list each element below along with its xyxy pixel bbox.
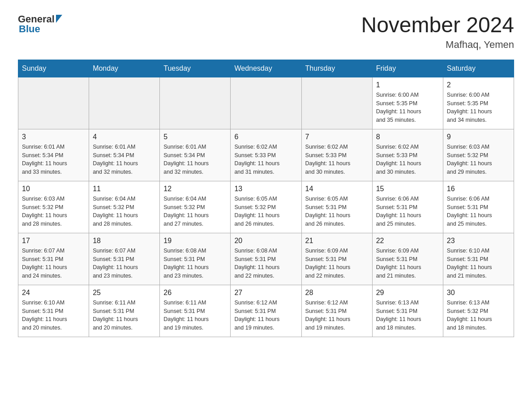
calendar-cell: 29Sunrise: 6:13 AM Sunset: 5:31 PM Dayli… [372, 285, 443, 337]
day-number: 17 [22, 237, 85, 245]
day-number: 18 [93, 237, 156, 245]
calendar-cell: 2Sunrise: 6:00 AM Sunset: 5:35 PM Daylig… [443, 77, 514, 129]
day-info: Sunrise: 6:08 AM Sunset: 5:31 PM Dayligh… [234, 247, 297, 280]
day-info: Sunrise: 6:00 AM Sunset: 5:35 PM Dayligh… [447, 91, 510, 124]
day-number: 2 [447, 81, 510, 89]
day-info: Sunrise: 6:07 AM Sunset: 5:31 PM Dayligh… [93, 247, 156, 280]
calendar-cell: 8Sunrise: 6:02 AM Sunset: 5:33 PM Daylig… [372, 129, 443, 181]
day-of-week-header: Tuesday [160, 60, 231, 77]
day-info: Sunrise: 6:02 AM Sunset: 5:33 PM Dayligh… [305, 143, 369, 176]
day-number: 9 [447, 133, 510, 141]
calendar-cell: 11Sunrise: 6:04 AM Sunset: 5:32 PM Dayli… [89, 181, 160, 233]
day-number: 19 [163, 237, 227, 245]
day-number: 8 [376, 133, 439, 141]
day-info: Sunrise: 6:00 AM Sunset: 5:35 PM Dayligh… [376, 91, 439, 124]
day-info: Sunrise: 6:01 AM Sunset: 5:34 PM Dayligh… [163, 143, 227, 176]
calendar-cell: 10Sunrise: 6:03 AM Sunset: 5:32 PM Dayli… [18, 181, 89, 233]
day-info: Sunrise: 6:09 AM Sunset: 5:31 PM Dayligh… [305, 247, 369, 280]
calendar-cell: 15Sunrise: 6:06 AM Sunset: 5:31 PM Dayli… [372, 181, 443, 233]
day-number: 4 [93, 133, 156, 141]
day-of-week-header: Friday [372, 60, 443, 77]
calendar-cell: 19Sunrise: 6:08 AM Sunset: 5:31 PM Dayli… [160, 233, 231, 285]
logo-blue-text: Blue [19, 23, 40, 35]
day-info: Sunrise: 6:02 AM Sunset: 5:33 PM Dayligh… [234, 143, 297, 176]
day-info: Sunrise: 6:11 AM Sunset: 5:31 PM Dayligh… [163, 299, 227, 332]
calendar-cell: 16Sunrise: 6:06 AM Sunset: 5:31 PM Dayli… [443, 181, 514, 233]
day-number: 22 [376, 237, 439, 245]
day-info: Sunrise: 6:08 AM Sunset: 5:31 PM Dayligh… [163, 247, 227, 280]
day-info: Sunrise: 6:12 AM Sunset: 5:31 PM Dayligh… [234, 299, 297, 332]
day-info: Sunrise: 6:10 AM Sunset: 5:31 PM Dayligh… [447, 247, 510, 280]
logo-triangle-icon [56, 15, 62, 23]
page-header: General Blue November 2024 Mafhaq, Yemen [18, 13, 514, 51]
day-of-week-header: Wednesday [231, 60, 301, 77]
location-text: Mafhaq, Yemen [361, 39, 514, 51]
calendar-cell: 6Sunrise: 6:02 AM Sunset: 5:33 PM Daylig… [231, 129, 301, 181]
day-info: Sunrise: 6:06 AM Sunset: 5:31 PM Dayligh… [376, 195, 439, 228]
calendar-cell [89, 77, 160, 129]
day-of-week-header: Thursday [301, 60, 372, 77]
title-area: November 2024 Mafhaq, Yemen [361, 13, 514, 51]
day-info: Sunrise: 6:04 AM Sunset: 5:32 PM Dayligh… [163, 195, 227, 228]
day-info: Sunrise: 6:13 AM Sunset: 5:31 PM Dayligh… [376, 299, 439, 332]
day-info: Sunrise: 6:03 AM Sunset: 5:32 PM Dayligh… [447, 143, 510, 176]
day-number: 27 [234, 289, 297, 297]
calendar-cell: 27Sunrise: 6:12 AM Sunset: 5:31 PM Dayli… [231, 285, 301, 337]
month-title: November 2024 [361, 13, 514, 37]
calendar-cell: 13Sunrise: 6:05 AM Sunset: 5:32 PM Dayli… [231, 181, 301, 233]
calendar-cell: 18Sunrise: 6:07 AM Sunset: 5:31 PM Dayli… [89, 233, 160, 285]
calendar-cell [160, 77, 231, 129]
calendar-cell: 21Sunrise: 6:09 AM Sunset: 5:31 PM Dayli… [301, 233, 372, 285]
day-info: Sunrise: 6:13 AM Sunset: 5:32 PM Dayligh… [447, 299, 510, 332]
day-number: 21 [305, 237, 369, 245]
calendar-cell: 26Sunrise: 6:11 AM Sunset: 5:31 PM Dayli… [160, 285, 231, 337]
calendar-cell [301, 77, 372, 129]
day-of-week-header: Sunday [18, 60, 89, 77]
day-info: Sunrise: 6:01 AM Sunset: 5:34 PM Dayligh… [93, 143, 156, 176]
calendar-cell [231, 77, 301, 129]
day-info: Sunrise: 6:11 AM Sunset: 5:31 PM Dayligh… [93, 299, 156, 332]
day-number: 11 [93, 185, 156, 193]
day-info: Sunrise: 6:02 AM Sunset: 5:33 PM Dayligh… [376, 143, 439, 176]
day-number: 6 [234, 133, 297, 141]
day-number: 30 [447, 289, 510, 297]
day-number: 24 [22, 289, 85, 297]
day-number: 16 [447, 185, 510, 193]
calendar-cell: 3Sunrise: 6:01 AM Sunset: 5:34 PM Daylig… [18, 129, 89, 181]
day-number: 7 [305, 133, 369, 141]
calendar-week-row: 24Sunrise: 6:10 AM Sunset: 5:31 PM Dayli… [18, 285, 514, 337]
day-info: Sunrise: 6:10 AM Sunset: 5:31 PM Dayligh… [22, 299, 85, 332]
day-info: Sunrise: 6:12 AM Sunset: 5:31 PM Dayligh… [305, 299, 369, 332]
calendar-table: SundayMondayTuesdayWednesdayThursdayFrid… [18, 60, 514, 337]
day-number: 14 [305, 185, 369, 193]
calendar-header-row: SundayMondayTuesdayWednesdayThursdayFrid… [18, 60, 514, 77]
day-of-week-header: Monday [89, 60, 160, 77]
calendar-cell: 5Sunrise: 6:01 AM Sunset: 5:34 PM Daylig… [160, 129, 231, 181]
calendar-week-row: 17Sunrise: 6:07 AM Sunset: 5:31 PM Dayli… [18, 233, 514, 285]
calendar-cell [18, 77, 89, 129]
day-info: Sunrise: 6:04 AM Sunset: 5:32 PM Dayligh… [93, 195, 156, 228]
calendar-cell: 7Sunrise: 6:02 AM Sunset: 5:33 PM Daylig… [301, 129, 372, 181]
day-info: Sunrise: 6:06 AM Sunset: 5:31 PM Dayligh… [447, 195, 510, 228]
day-info: Sunrise: 6:03 AM Sunset: 5:32 PM Dayligh… [22, 195, 85, 228]
day-number: 1 [376, 81, 439, 89]
day-number: 23 [447, 237, 510, 245]
calendar-cell: 22Sunrise: 6:09 AM Sunset: 5:31 PM Dayli… [372, 233, 443, 285]
calendar-cell: 14Sunrise: 6:05 AM Sunset: 5:31 PM Dayli… [301, 181, 372, 233]
day-number: 20 [234, 237, 297, 245]
day-number: 10 [22, 185, 85, 193]
day-info: Sunrise: 6:07 AM Sunset: 5:31 PM Dayligh… [22, 247, 85, 280]
calendar-cell: 20Sunrise: 6:08 AM Sunset: 5:31 PM Dayli… [231, 233, 301, 285]
day-number: 26 [163, 289, 227, 297]
day-info: Sunrise: 6:01 AM Sunset: 5:34 PM Dayligh… [22, 143, 85, 176]
calendar-week-row: 10Sunrise: 6:03 AM Sunset: 5:32 PM Dayli… [18, 181, 514, 233]
calendar-cell: 1Sunrise: 6:00 AM Sunset: 5:35 PM Daylig… [372, 77, 443, 129]
day-info: Sunrise: 6:05 AM Sunset: 5:31 PM Dayligh… [305, 195, 369, 228]
day-info: Sunrise: 6:05 AM Sunset: 5:32 PM Dayligh… [234, 195, 297, 228]
calendar-cell: 4Sunrise: 6:01 AM Sunset: 5:34 PM Daylig… [89, 129, 160, 181]
calendar-cell: 25Sunrise: 6:11 AM Sunset: 5:31 PM Dayli… [89, 285, 160, 337]
day-number: 13 [234, 185, 297, 193]
calendar-cell: 17Sunrise: 6:07 AM Sunset: 5:31 PM Dayli… [18, 233, 89, 285]
day-info: Sunrise: 6:09 AM Sunset: 5:31 PM Dayligh… [376, 247, 439, 280]
day-number: 15 [376, 185, 439, 193]
